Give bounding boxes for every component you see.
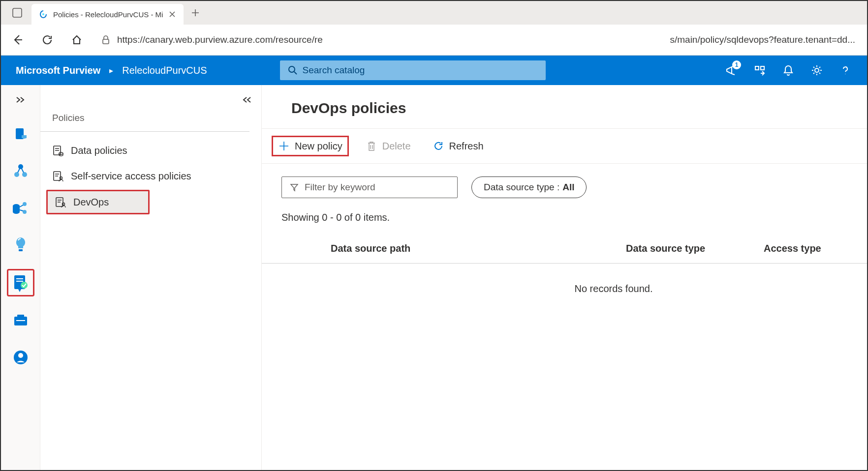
- source-type-filter[interactable]: Data source type : All: [471, 177, 587, 198]
- svg-point-22: [21, 282, 28, 289]
- sidenav-title: Policies: [40, 109, 249, 132]
- svg-point-1: [42, 13, 44, 15]
- svg-rect-9: [22, 135, 27, 138]
- data-map-rail-icon[interactable]: [7, 157, 34, 184]
- window-control-icon[interactable]: [5, 3, 30, 23]
- trash-icon: [366, 140, 377, 152]
- self-service-icon: [52, 170, 64, 182]
- col-access-type[interactable]: Access type: [764, 243, 847, 254]
- management-rail-icon[interactable]: [7, 306, 34, 334]
- directory-icon[interactable]: [753, 63, 767, 77]
- policies-side-nav: Policies Data policies Self-service acce…: [40, 85, 262, 470]
- nav-item-label: Data policies: [71, 145, 127, 156]
- url-text-left: https://canary.web.purview.azure.com/res…: [117, 34, 323, 45]
- insights-rail-icon[interactable]: [7, 232, 34, 259]
- page-title: DevOps policies: [262, 85, 867, 128]
- help-icon[interactable]: [838, 63, 852, 77]
- table-header: Data source path Data source type Access…: [262, 223, 867, 264]
- svg-rect-24: [17, 315, 24, 318]
- main-content: DevOps policies New policy Delete Refres…: [262, 85, 867, 470]
- nav-item-self-service[interactable]: Self-service access policies: [40, 163, 261, 189]
- svg-rect-4: [755, 66, 759, 70]
- tab-close-icon[interactable]: [168, 10, 177, 19]
- url-text-right: s/main/policy/sqldevops?feature.tenant=d…: [670, 34, 855, 45]
- col-data-source-type[interactable]: Data source type: [626, 243, 744, 254]
- delete-button: Delete: [361, 137, 416, 155]
- devops-icon: [55, 196, 66, 208]
- lock-icon: [101, 35, 110, 45]
- svg-rect-5: [761, 66, 764, 70]
- svg-point-12: [22, 172, 27, 177]
- policies-rail-icon[interactable]: [7, 269, 34, 296]
- source-type-label: Data source type :: [484, 182, 559, 193]
- breadcrumb-separator-icon: ▸: [109, 66, 113, 75]
- svg-rect-18: [19, 249, 23, 251]
- brand-name[interactable]: Microsoft Purview: [16, 65, 100, 76]
- svg-point-27: [18, 353, 23, 358]
- filter-icon: [290, 183, 299, 192]
- delete-label: Delete: [382, 141, 411, 152]
- announcements-icon[interactable]: 1: [724, 63, 738, 77]
- svg-point-6: [815, 68, 819, 72]
- data-share-rail-icon[interactable]: [7, 194, 34, 222]
- home-button[interactable]: [67, 30, 87, 50]
- nav-item-devops[interactable]: DevOps: [46, 190, 150, 214]
- svg-rect-2: [103, 39, 109, 44]
- breadcrumb-item[interactable]: RelecloudPurvCUS: [122, 65, 207, 76]
- search-icon: [288, 65, 298, 75]
- data-policies-icon: [52, 145, 64, 156]
- svg-rect-21: [16, 281, 23, 282]
- privacy-rail-icon[interactable]: [7, 344, 34, 371]
- svg-point-10: [18, 164, 23, 169]
- gear-icon[interactable]: [810, 63, 824, 77]
- svg-point-3: [289, 66, 295, 72]
- empty-state: No records found.: [262, 264, 867, 294]
- toolbar: New policy Delete Refresh: [262, 128, 867, 164]
- purview-favicon-icon: [38, 9, 48, 19]
- items-count: Showing 0 - 0 of 0 items.: [262, 198, 867, 223]
- col-data-source-path[interactable]: Data source path: [331, 243, 606, 254]
- browser-tab[interactable]: Policies - RelecloudPurvCUS - Mi: [31, 4, 184, 25]
- svg-rect-0: [13, 8, 22, 17]
- bell-icon[interactable]: [781, 63, 795, 77]
- left-icon-rail: [1, 85, 40, 470]
- search-catalog[interactable]: Search catalog: [280, 60, 546, 80]
- svg-point-11: [14, 172, 19, 177]
- nav-item-label: Self-service access policies: [71, 171, 191, 182]
- nav-item-label: DevOps: [73, 197, 109, 208]
- source-type-value: All: [562, 182, 574, 193]
- catalog-rail-icon[interactable]: [7, 119, 34, 147]
- svg-rect-20: [16, 278, 23, 279]
- svg-point-29: [59, 152, 63, 154]
- address-bar[interactable]: https://canary.web.purview.azure.com/res…: [96, 34, 860, 45]
- refresh-button[interactable]: [37, 30, 57, 50]
- plus-icon: [278, 140, 290, 152]
- nav-item-data-policies[interactable]: Data policies: [40, 138, 261, 163]
- tab-title: Policies - RelecloudPurvCUS - Mi: [53, 10, 163, 19]
- svg-rect-25: [16, 320, 25, 321]
- filter-keyword-input[interactable]: Filter by keyword: [281, 177, 458, 198]
- collapse-nav-button[interactable]: [242, 96, 251, 103]
- search-placeholder: Search catalog: [303, 65, 365, 76]
- refresh-icon: [433, 140, 444, 152]
- refresh-list-button[interactable]: Refresh: [428, 137, 489, 155]
- filter-placeholder: Filter by keyword: [305, 182, 375, 193]
- new-policy-label: New policy: [295, 141, 342, 152]
- rail-expand-button[interactable]: [1, 90, 40, 110]
- new-tab-button[interactable]: [186, 3, 205, 23]
- notification-badge: 1: [732, 60, 741, 69]
- new-policy-button[interactable]: New policy: [272, 136, 349, 156]
- svg-point-15: [13, 210, 20, 214]
- refresh-label: Refresh: [449, 141, 484, 152]
- back-button[interactable]: [8, 30, 28, 50]
